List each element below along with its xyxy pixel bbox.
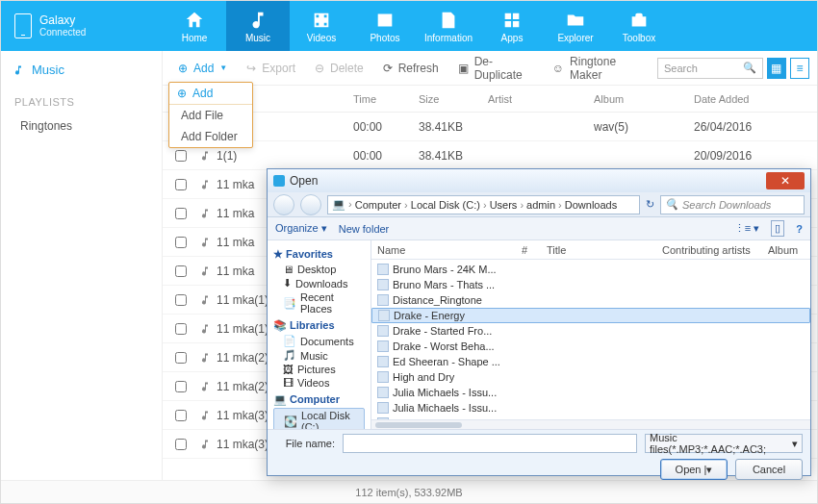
- refresh-icon[interactable]: ↻: [646, 198, 654, 211]
- row-checkbox[interactable]: [175, 265, 187, 277]
- horizontal-scrollbar[interactable]: [371, 419, 810, 429]
- sidebar-item-ringtones[interactable]: Ringtones: [1, 113, 162, 139]
- tree-libraries[interactable]: 📚 Libraries: [273, 319, 365, 332]
- cancel-button[interactable]: Cancel: [735, 459, 803, 480]
- nav-music[interactable]: Music: [226, 1, 290, 51]
- nav-explorer[interactable]: Explorer: [544, 1, 607, 51]
- dlg-col-name[interactable]: Name: [371, 244, 516, 256]
- dialog-file-row[interactable]: Drake - Energy: [371, 308, 810, 323]
- row-checkbox[interactable]: [175, 294, 187, 306]
- nav-toolbox[interactable]: Toolbox: [607, 1, 671, 51]
- tree-downloads[interactable]: ⬇ Downloads: [273, 276, 365, 290]
- row-name: 11 mka(3): [217, 409, 268, 422]
- preview-pane-button[interactable]: ▯: [771, 220, 784, 237]
- filename-field[interactable]: [343, 434, 637, 453]
- file-name: Bruno Mars - 24K M...: [393, 264, 497, 275]
- dialog-file-row[interactable]: Bruno Mars - Thats ...: [371, 277, 810, 292]
- nav-photos[interactable]: Photos: [353, 1, 417, 51]
- add-button[interactable]: ⊕ Add ▼: [170, 58, 235, 79]
- tree-documents[interactable]: 📄 Documents: [273, 334, 365, 348]
- nav-apps[interactable]: Apps: [480, 1, 544, 51]
- export-button[interactable]: ↪ Export: [239, 58, 303, 79]
- nav-information[interactable]: Information: [417, 1, 480, 51]
- nav-forward-button[interactable]: [300, 194, 321, 215]
- sidebar-music[interactable]: Music: [1, 51, 162, 87]
- delete-button[interactable]: ⊖ Delete: [307, 58, 371, 79]
- tree-recent[interactable]: 📑 Recent Places: [273, 290, 365, 315]
- deduplicate-button[interactable]: ▣ De-Duplicate: [450, 51, 541, 86]
- close-button[interactable]: ✕: [766, 172, 805, 189]
- open-button[interactable]: Open |▾: [660, 459, 728, 480]
- add-folder-item[interactable]: Add Folder: [169, 126, 252, 147]
- nav-label: Toolbox: [623, 33, 655, 43]
- nav-home[interactable]: Home: [163, 1, 226, 51]
- row-name: 11 mka: [217, 265, 254, 278]
- add-file-item[interactable]: Add File: [169, 105, 252, 126]
- row-checkbox[interactable]: [175, 179, 187, 190]
- row-checkbox[interactable]: [175, 208, 187, 219]
- tree-music[interactable]: 🎵 Music: [273, 348, 365, 363]
- dialog-file-row[interactable]: Ed Sheeran - Shape ...: [371, 354, 810, 369]
- dlg-col-artists[interactable]: Contributing artists: [656, 244, 762, 256]
- row-size: 38.41KB: [419, 149, 488, 163]
- dialog-file-row[interactable]: Distance_Ringtone: [371, 292, 810, 308]
- tree-desktop[interactable]: 🖥 Desktop: [273, 263, 365, 276]
- nav-label: Videos: [307, 33, 336, 43]
- col-album[interactable]: Album: [594, 93, 694, 105]
- col-time[interactable]: Time: [353, 93, 419, 105]
- audio-file-icon: [377, 279, 389, 290]
- breadcrumb-segment[interactable]: admin: [526, 199, 562, 211]
- table-row[interactable]: 1(1)00:0038.41KB20/09/2016: [163, 141, 817, 170]
- breadcrumb-segment[interactable]: Downloads: [565, 199, 617, 211]
- tree-local-disk[interactable]: 💽 Local Disk (C:): [273, 408, 365, 429]
- dialog-file-row[interactable]: High and Dry: [371, 369, 810, 385]
- nav-videos[interactable]: Videos: [290, 1, 353, 51]
- organize-button[interactable]: Organize ▾: [275, 222, 327, 235]
- music-note-icon: [199, 294, 211, 306]
- ringtone-maker-button[interactable]: ☺ Ringtone Maker: [545, 51, 650, 86]
- view-list-button[interactable]: ≡: [790, 58, 809, 79]
- search-input[interactable]: Search 🔍: [657, 58, 763, 79]
- dlg-col-num[interactable]: #: [516, 244, 541, 256]
- row-date: 20/09/2016: [694, 149, 786, 163]
- device-block[interactable]: Galaxy Connected: [1, 13, 163, 38]
- breadcrumb-segment[interactable]: Local Disk (C:): [411, 199, 487, 211]
- row-checkbox[interactable]: [175, 439, 187, 450]
- table-row[interactable]: 100:0038.41KBwav(5)26/04/2016: [163, 113, 817, 141]
- breadcrumb-segment[interactable]: Users: [490, 199, 524, 211]
- view-grid-button[interactable]: ▦: [767, 58, 786, 79]
- tree-pictures[interactable]: 🖼 Pictures: [273, 363, 365, 376]
- row-checkbox[interactable]: [175, 323, 187, 335]
- dlg-col-album[interactable]: Album: [762, 244, 810, 256]
- col-artist[interactable]: Artist: [488, 93, 594, 105]
- col-size[interactable]: Size: [419, 93, 488, 105]
- refresh-button[interactable]: ⟳ Refresh: [375, 58, 447, 79]
- help-button[interactable]: ?: [796, 223, 803, 235]
- music-note-icon: [199, 410, 211, 421]
- row-checkbox[interactable]: [175, 150, 187, 162]
- sidebar-music-label: Music: [32, 63, 64, 77]
- dialog-file-row[interactable]: Drake - Worst Beha...: [371, 339, 810, 354]
- view-options-button[interactable]: ⋮≡ ▾: [734, 222, 759, 235]
- row-checkbox[interactable]: [175, 381, 187, 392]
- dialog-file-row[interactable]: Bruno Mars - 24K M...: [371, 262, 810, 277]
- breadcrumb-segment[interactable]: Computer: [355, 199, 408, 211]
- col-date[interactable]: Date Added: [694, 93, 786, 105]
- tree-videos[interactable]: 🎞 Videos: [273, 376, 365, 390]
- nav-back-button[interactable]: [273, 194, 294, 215]
- dialog-file-row[interactable]: Julia Michaels - Issu...: [371, 400, 810, 416]
- tree-computer[interactable]: 💻 Computer: [273, 393, 365, 406]
- tree-favorites[interactable]: ★ Favorites: [273, 248, 365, 261]
- dialog-search-input[interactable]: 🔍 Search Downloads: [660, 195, 805, 214]
- row-checkbox[interactable]: [175, 237, 187, 248]
- file-name: Drake - Energy: [394, 310, 465, 321]
- new-folder-button[interactable]: New folder: [339, 223, 390, 235]
- row-checkbox[interactable]: [175, 352, 187, 364]
- file-name: Bruno Mars - Thats ...: [393, 279, 495, 290]
- row-checkbox[interactable]: [175, 410, 187, 421]
- dlg-col-title[interactable]: Title: [541, 244, 656, 256]
- file-type-select[interactable]: Music files(*.MP3;*.AAC;*.AC3;▾: [645, 434, 803, 453]
- dialog-file-row[interactable]: Julia Michaels - Issu...: [371, 385, 810, 400]
- dialog-file-row[interactable]: Drake - Started Fro...: [371, 323, 810, 339]
- breadcrumb[interactable]: 💻ComputerLocal Disk (C:)UsersadminDownlo…: [327, 195, 640, 214]
